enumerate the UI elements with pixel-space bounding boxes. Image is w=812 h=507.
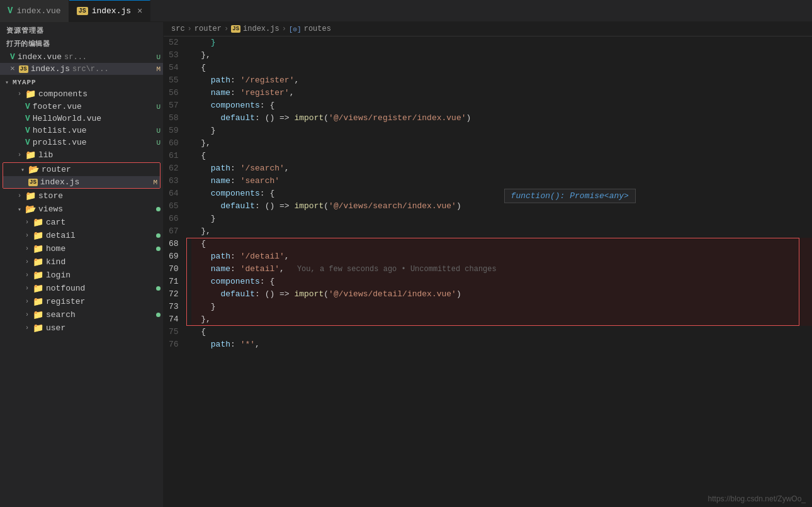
breadcrumb-router: router: [195, 25, 222, 33]
code-line-52: }: [191, 36, 812, 49]
tooltip: function(): Promise<any>: [504, 189, 636, 203]
chevron-right-icon: ›: [25, 232, 29, 239]
sidebar-item-user[interactable]: › 📁 user: [0, 321, 163, 335]
chevron-right-icon: ›: [25, 298, 29, 305]
project-root[interactable]: ▾ MYAPP: [0, 77, 163, 87]
status-dot: [156, 207, 161, 211]
sidebar-item-login[interactable]: › 📁 login: [0, 269, 163, 282]
breadcrumb-routes: routes: [304, 25, 331, 33]
breadcrumb-sep: ›: [188, 25, 192, 33]
tab-label: index.js: [92, 6, 131, 16]
sidebar-item-register[interactable]: › 📁 register: [0, 295, 163, 308]
close-icon[interactable]: ×: [10, 64, 15, 74]
code-line-53: },: [191, 49, 812, 62]
sidebar-item-kind[interactable]: › 📁 kind: [0, 255, 163, 269]
editor-area: src › router › JS index.js › [⊙] routes …: [164, 22, 812, 507]
sidebar-item-detail[interactable]: › 📁 detail: [0, 229, 163, 242]
vue-icon: V: [25, 102, 30, 111]
chevron-right-icon: ›: [25, 259, 29, 265]
sidebar-item-home[interactable]: › 📁 home: [0, 242, 163, 255]
folder-label: notfound: [46, 284, 85, 293]
sidebar-item-router-index-js[interactable]: JS index.js M: [3, 176, 160, 188]
folder-icon: 📁: [33, 283, 43, 294]
folder-icon: 📁: [25, 191, 36, 201]
badge-u: U: [156, 127, 161, 135]
folder-icon: 📁: [25, 89, 36, 99]
routes-icon: [⊙]: [289, 25, 302, 33]
sidebar-item-notfound[interactable]: › 📁 notfound: [0, 282, 163, 295]
open-file-index-js[interactable]: × JS index.js src\r... M: [0, 63, 163, 75]
chevron-right-icon: ›: [25, 311, 29, 318]
tab-index-vue[interactable]: V index.vue: [0, 0, 69, 22]
folder-label: login: [46, 270, 70, 280]
code-line-59: }: [191, 125, 812, 137]
js-icon: JS: [77, 7, 88, 15]
code-line-74: },: [191, 313, 812, 326]
folder-icon: 📁: [33, 230, 43, 241]
tab-bar: V index.vue JS index.js ×: [0, 0, 812, 22]
folder-label: kind: [46, 257, 65, 267]
sidebar-item-hotlist[interactable]: V hotlist.vue U: [0, 125, 163, 136]
code-editor[interactable]: function(): Promise<any> } }, { path: ': [186, 36, 812, 507]
code-line-57: components: {: [191, 99, 812, 112]
tab-index-js[interactable]: JS index.js ×: [69, 0, 151, 22]
sidebar-item-components[interactable]: › 📁 components: [0, 87, 163, 101]
folder-open-icon: 📂: [25, 204, 36, 214]
chevron-right-icon: ›: [25, 219, 29, 226]
git-blame: You, a few seconds ago • Uncommitted cha…: [297, 263, 497, 276]
badge-u: U: [156, 53, 161, 61]
sidebar-item-lib[interactable]: › 📁 lib: [0, 148, 163, 162]
file-label: index.js: [40, 177, 79, 187]
chevron-down-icon: ▾: [21, 166, 25, 174]
file-label: prolist.vue: [33, 138, 87, 147]
chevron-right-icon: ›: [25, 285, 29, 292]
status-dot: [156, 233, 161, 238]
sidebar-item-helloworld[interactable]: V HelloWorld.vue: [0, 113, 163, 125]
code-line-72: default: () => import('@/views/detail/in…: [191, 288, 812, 301]
folder-label: lib: [38, 150, 53, 160]
sidebar-item-cart[interactable]: › 📁 cart: [0, 216, 163, 229]
chevron-right-icon: ›: [18, 192, 21, 199]
code-line-62: path: '/search',: [191, 162, 812, 175]
open-file-index-vue[interactable]: V index.vue sr... U: [0, 51, 163, 63]
folder-label: home: [46, 244, 65, 254]
folder-label: user: [46, 323, 65, 333]
folder-open-icon: 📂: [28, 164, 39, 175]
folder-icon: 📁: [25, 150, 36, 160]
folder-icon: 📁: [33, 296, 43, 307]
code-line-67: },: [191, 225, 812, 238]
line-numbers: 52 53 54 55 56 57 58 59 60 61 62 63 64 6…: [164, 36, 186, 507]
sidebar-item-store[interactable]: › 📁 store: [0, 189, 163, 203]
vue-icon: V: [25, 138, 30, 147]
js-icon: JS: [28, 179, 38, 186]
sidebar-item-router[interactable]: ▾ 📂 router: [3, 163, 160, 176]
folder-icon: 📁: [33, 309, 43, 320]
code-line-73: }: [191, 301, 812, 313]
folder-label: search: [46, 310, 76, 320]
folder-icon: 📁: [33, 243, 43, 254]
status-dot: [156, 313, 161, 317]
folder-label: store: [38, 191, 63, 201]
code-line-75: {: [191, 326, 812, 338]
sidebar-item-prolist[interactable]: V prolist.vue U: [0, 136, 163, 148]
tooltip-text: function(): Promise<any>: [511, 191, 629, 201]
code-line-70: name: 'detail', You, a few seconds ago •…: [191, 263, 812, 276]
chevron-right-icon: ›: [25, 245, 29, 252]
breadcrumb-indexjs: index.js: [243, 25, 279, 33]
sidebar-item-views[interactable]: ▾ 📂 views: [0, 203, 163, 216]
folder-icon: 📁: [33, 323, 43, 333]
sidebar-item-search[interactable]: › 📁 search: [0, 308, 163, 321]
main-layout: 资源管理器 打开的编辑器 V index.vue sr... U × JS in…: [0, 22, 812, 507]
chevron-right-icon: ›: [25, 325, 29, 332]
code-line-63: name: 'search': [191, 175, 812, 187]
code-container[interactable]: 52 53 54 55 56 57 58 59 60 61 62 63 64 6…: [164, 36, 812, 507]
router-section: ▾ 📂 router JS index.js M: [3, 162, 161, 189]
sidebar-item-footer-vue[interactable]: V footer.vue U: [0, 101, 163, 113]
code-line-61: {: [191, 150, 812, 162]
breadcrumb: src › router › JS index.js › [⊙] routes: [164, 22, 812, 36]
folder-label: views: [38, 204, 63, 214]
vue-icon: V: [10, 52, 15, 62]
vue-icon: V: [25, 114, 30, 123]
tab-close-button[interactable]: ×: [137, 6, 142, 16]
badge-u: U: [156, 103, 161, 111]
